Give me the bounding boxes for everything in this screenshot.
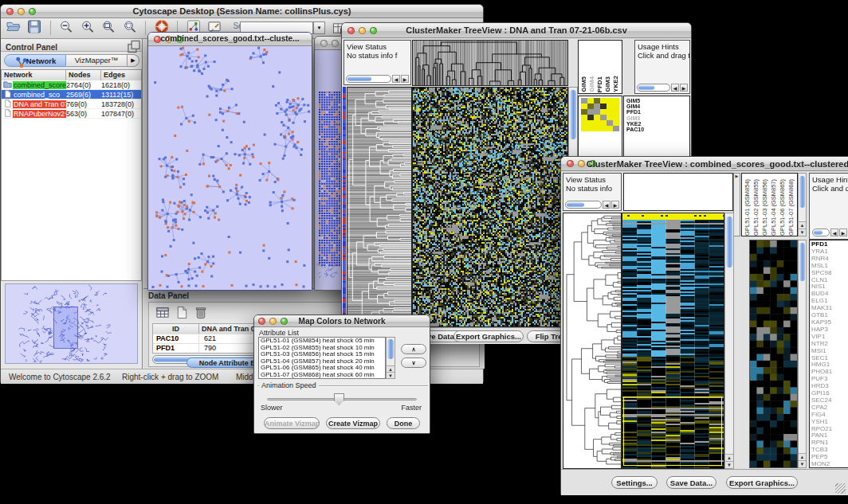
attribute-list-scrollbar[interactable]: ▲ ▼ — [386, 337, 395, 379]
tv1-column-label[interactable]: PFD1 — [596, 76, 603, 92]
tv2-heatmap-vscrollbar[interactable]: ▲ ▼ — [724, 213, 734, 469]
column-header-nodes[interactable]: Nodes — [66, 70, 101, 80]
tv2-heatmap-canvas[interactable] — [622, 213, 724, 468]
tv1-titlebar[interactable]: ClusterMaker TreeView : DNA and Tran 07-… — [342, 23, 691, 38]
tv2-status-scrollbar[interactable]: ◀ ▶ — [565, 201, 619, 209]
scroll-down-icon[interactable]: ▼ — [799, 229, 806, 236]
tv2-zoom-vscrollbar[interactable]: ▲ ▼ — [798, 240, 807, 468]
scroll-up-icon[interactable]: ▲ — [799, 221, 806, 229]
scroll-right-icon[interactable]: ▶ — [611, 201, 619, 209]
main-titlebar[interactable]: Cytoscape Desktop (Session Name: collins… — [1, 5, 483, 18]
correlation-matrix[interactable] — [581, 98, 619, 131]
attribute-table-icon[interactable] — [154, 306, 171, 322]
tv2-column-label[interactable]: GPL51-03 (GSM856) — [761, 179, 768, 236]
scroll-left-icon[interactable]: ◀ — [603, 201, 610, 209]
attribute-list-item[interactable]: GPL51-03 (GSM856) heat shock 15 min — [259, 351, 385, 358]
tv2-zoom-panel[interactable] — [749, 240, 798, 468]
scroll-up-icon[interactable]: ▲ — [799, 453, 806, 460]
tv2-row-dendrogram-canvas[interactable] — [563, 213, 621, 468]
tv1-column-label[interactable]: GIM5 — [580, 76, 587, 92]
resize-grip[interactable] — [835, 483, 846, 494]
attribute-list-item[interactable]: GPL51-02 (GSM855) heat shock 10 min — [259, 345, 385, 352]
scroll-right-icon[interactable]: ▶ — [680, 84, 688, 92]
open-file-icon[interactable] — [5, 20, 22, 36]
tv1-column-dendrogram[interactable] — [412, 40, 568, 86]
tv2-column-label[interactable]: GPL51-01 (GSM854) — [744, 179, 751, 236]
move-down-button[interactable]: ∨ — [401, 357, 426, 368]
column-header-edges[interactable]: Edges — [101, 70, 141, 80]
network-list-row[interactable]: combined_sco2569(6)13112(15) — [2, 90, 141, 100]
new-attribute-icon[interactable] — [173, 306, 190, 322]
tv1-hints-scrollbar[interactable]: ◀ ▶ — [637, 84, 688, 92]
move-up-button[interactable]: ∧ — [401, 344, 426, 354]
tab-network[interactable]: Network — [4, 54, 66, 67]
export-graphics-button[interactable]: Export Graphics... — [453, 330, 524, 342]
tv2-column-label[interactable]: GPL51-04 (GSM857) — [770, 179, 777, 236]
scroll-down-icon[interactable]: ▼ — [799, 460, 806, 467]
scroll-right-icon[interactable]: ▶ — [839, 229, 847, 236]
scroll-up-icon[interactable]: ▲ — [725, 454, 733, 461]
animation-slider-thumb[interactable] — [334, 393, 344, 405]
animate-vizmap-button[interactable]: Animate Vizmap — [264, 417, 320, 429]
tv2-collabels-scrollbar[interactable]: ▲ ▼ — [798, 173, 807, 236]
scroll-down-icon[interactable]: ▼ — [725, 461, 733, 468]
network-canvas-1[interactable] — [148, 46, 312, 290]
tv1-column-label[interactable]: PAC10 — [620, 72, 622, 92]
tv1-row-label[interactable]: PFD1 — [626, 109, 689, 115]
tv2-zoom-canvas[interactable] — [750, 240, 797, 467]
attribute-list-item[interactable]: GPL51-07 (GSM868) heat shock 60 min — [259, 372, 385, 379]
column-header-network[interactable]: Network — [2, 70, 66, 80]
tv1-column-label[interactable]: GIM4 — [588, 76, 595, 92]
tv1-row-label[interactable]: GIM4 — [626, 104, 689, 109]
tv2-column-dendrogram[interactable] — [623, 173, 733, 211]
tv2-titlebar[interactable]: ClusterMaker TreeView : combined_scores_… — [561, 157, 848, 171]
tv1-row-dendrogram-canvas[interactable] — [347, 88, 411, 326]
scroll-left-icon[interactable]: ◀ — [392, 75, 400, 83]
network-list-row[interactable]: DNA and Tran 07769(0)183728(0) — [2, 100, 141, 109]
settings-button[interactable]: Settings... — [611, 476, 658, 489]
tv1-column-label[interactable]: YKE2 — [612, 76, 619, 92]
tv2-row-dendrogram[interactable] — [563, 213, 622, 469]
zoom-selected-icon[interactable] — [121, 20, 139, 36]
gene-label[interactable]: MON2 — [810, 461, 848, 468]
network-list-row[interactable]: combined_scores2764(0)16218(0) — [2, 80, 141, 90]
network-overview-panel[interactable] — [5, 283, 138, 364]
network-overview-canvas[interactable] — [6, 284, 137, 363]
tv2-column-label[interactable]: GPL51-07 (GSM868) — [787, 179, 795, 236]
scroll-right-icon[interactable]: ▶ — [401, 75, 409, 83]
tv1-row-label[interactable]: PAC10 — [626, 127, 689, 132]
close-icon[interactable] — [320, 40, 328, 47]
tv1-row-label[interactable]: GIM5 — [626, 98, 689, 104]
tv1-status-scrollbar[interactable]: ◀ ▶ — [346, 75, 409, 83]
tv1-row-label[interactable]: YKE2 — [626, 121, 689, 127]
tv2-column-label[interactable]: GPL51-06 (GSM865) — [779, 179, 786, 236]
tv1-heatmap-canvas[interactable] — [413, 88, 567, 326]
scroll-left-icon[interactable]: ◀ — [830, 229, 838, 236]
scroll-down-icon[interactable]: ▼ — [387, 372, 395, 378]
data-column-id[interactable]: ID — [153, 324, 199, 334]
scroll-left-icon[interactable]: ◀ — [671, 84, 679, 92]
net1-titlebar[interactable]: combined_scores_good.txt--cluste... — [148, 33, 312, 46]
minimize-icon[interactable] — [332, 40, 339, 47]
tv2-heatmap[interactable] — [622, 213, 724, 469]
dialog-titlebar[interactable]: Map Colors to Network — [254, 315, 430, 327]
float-panel-icon[interactable] — [127, 40, 138, 56]
tv2-column-label[interactable]: GPL51-02 (GSM855) — [752, 179, 760, 236]
save-icon[interactable] — [26, 20, 43, 36]
attribute-list-item[interactable]: GPL51-04 (GSM857) heat shock 20 min — [259, 358, 385, 365]
scroll-up-icon[interactable]: ▲ — [387, 365, 395, 372]
tv2-hints-scrollbar[interactable]: ◀ ▶ — [812, 229, 847, 236]
tv1-row-dendrogram[interactable] — [347, 87, 412, 327]
zoom-out-icon[interactable] — [57, 20, 75, 36]
zoom-fit-icon[interactable] — [100, 20, 117, 36]
delete-attribute-icon[interactable] — [192, 306, 210, 322]
attribute-list[interactable]: GPL51-01 (GSM854) heat shock 05 minGPL51… — [258, 337, 386, 379]
export-graphics-button[interactable]: Export Graphics... — [726, 476, 798, 489]
attribute-list-item[interactable]: GPL51-01 (GSM854) heat shock 05 min — [259, 338, 385, 345]
tv1-row-label[interactable]: GIM3 — [626, 115, 689, 121]
save-data-button[interactable]: Save Data... — [666, 476, 716, 489]
tab-overflow-icon[interactable]: ▶ — [128, 54, 139, 67]
create-vizmap-button[interactable]: Create Vizmap — [326, 417, 380, 429]
tab-vizmapper[interactable]: VizMapper™ — [66, 54, 128, 67]
tv1-column-dendrogram-canvas[interactable] — [413, 41, 567, 85]
